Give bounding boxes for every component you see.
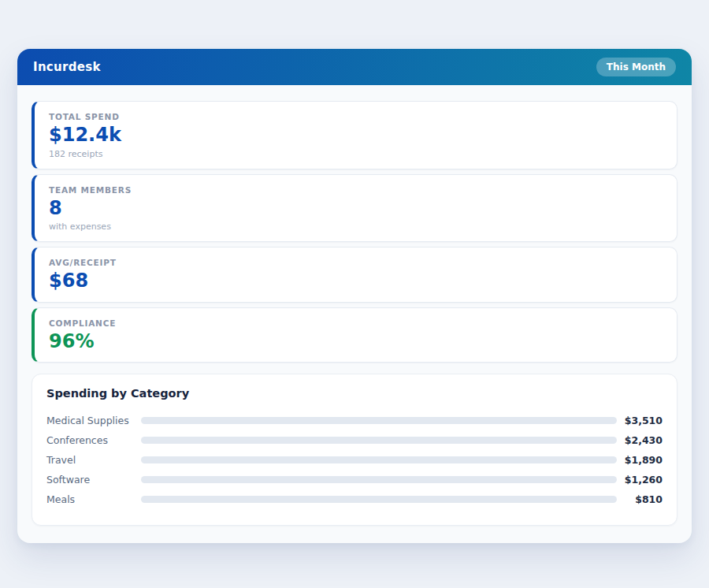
chart-title: Spending by Category [46, 387, 663, 400]
chart-row-value: $810 [617, 493, 663, 505]
stat-sub: with expenses [49, 221, 663, 232]
stat-value: $12.4k [49, 125, 663, 147]
chart-row: Conferences $2,430 [46, 430, 663, 450]
chart-bar-track [141, 476, 617, 483]
chart-row-label: Software [46, 474, 141, 486]
stat-label: COMPLIANCE [49, 318, 663, 328]
page-background: Incurdesk This Month TOTAL SPEND $12.4k … [0, 0, 709, 588]
app-title: Incurdesk [33, 60, 101, 74]
stat-sub: 182 receipts [49, 149, 663, 159]
stat-value: 96% [49, 331, 663, 353]
app-header: Incurdesk This Month [17, 49, 692, 85]
chart-row: Medical Supplies $3,510 [46, 411, 663, 430]
chart-bar-track [141, 496, 617, 503]
chart-bar-track [141, 456, 617, 463]
period-badge[interactable]: This Month [596, 58, 676, 76]
chart-row-label: Meals [46, 493, 141, 505]
stat-card: COMPLIANCE 96% [32, 307, 677, 363]
chart-row-label: Conferences [46, 434, 141, 446]
chart-row: Meals $810 [46, 489, 663, 509]
chart-bar-track [141, 417, 617, 424]
stat-card: TOTAL SPEND $12.4k 182 receipts [32, 101, 677, 169]
chart-row-value: $2,430 [617, 434, 663, 446]
chart-row-value: $1,260 [617, 474, 663, 486]
chart-rows: Medical Supplies $3,510 Conferences $2,4… [46, 411, 663, 509]
chart-row-value: $1,890 [617, 454, 663, 466]
chart-row: Software $1,260 [46, 470, 663, 489]
dashboard-panel: Incurdesk This Month TOTAL SPEND $12.4k … [17, 49, 692, 543]
stats-list: TOTAL SPEND $12.4k 182 receipts TEAM MEM… [32, 101, 677, 363]
chart-bar-track [141, 437, 617, 444]
chart-row-value: $3,510 [617, 415, 663, 426]
stat-label: AVG/RECEIPT [49, 258, 663, 267]
panel-body: TOTAL SPEND $12.4k 182 receipts TEAM MEM… [17, 85, 692, 543]
stat-value: 8 [49, 198, 663, 220]
stat-value: $68 [49, 270, 663, 292]
stat-card: TEAM MEMBERS 8 with expenses [32, 174, 677, 243]
chart-row: Travel $1,890 [46, 450, 663, 470]
stat-label: TEAM MEMBERS [49, 185, 663, 195]
chart-row-label: Medical Supplies [46, 415, 141, 426]
chart-row-label: Travel [46, 454, 141, 466]
stat-label: TOTAL SPEND [49, 112, 663, 121]
spending-chart-card: Spending by Category Medical Supplies $3… [32, 374, 677, 526]
stat-card: AVG/RECEIPT $68 [32, 247, 677, 303]
